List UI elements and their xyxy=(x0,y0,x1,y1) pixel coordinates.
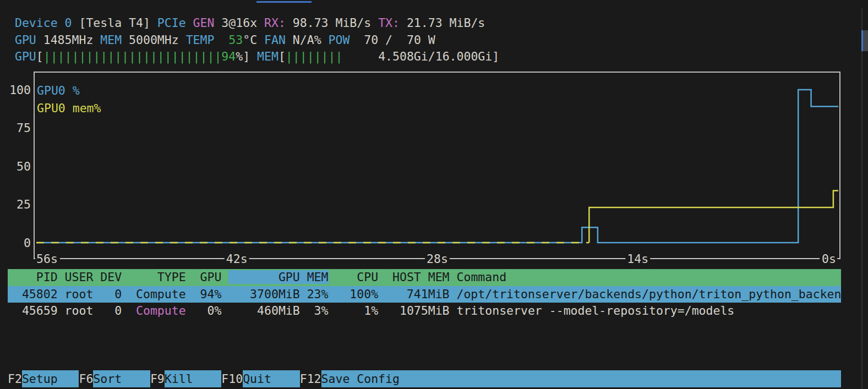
x-axis-tick-label: 0s xyxy=(822,252,836,266)
mem-clock-value: 5000MHz xyxy=(122,33,179,47)
header-right-columns: CPU HOST MEM Command xyxy=(329,270,507,284)
process-row-text: 45802 root 0 Compute 94% 3700MiB 23% 100… xyxy=(8,287,841,301)
mem-gauge-bars: |||||||| xyxy=(286,50,343,63)
f6-key[interactable]: F6 xyxy=(79,370,93,387)
process-row-post: 0% 460MiB 3% 1% 1075MiB tritonserver --m… xyxy=(186,304,735,317)
mem-gauge-open-bracket: [ xyxy=(279,50,286,63)
temp-value: 53 xyxy=(214,33,243,47)
y-axis-tick-label: 25 xyxy=(17,198,31,211)
gpu-gauge-open-bracket: [ xyxy=(36,50,43,63)
sort-button[interactable]: Sort xyxy=(93,370,150,387)
fan-label: FAN xyxy=(257,33,286,47)
pcie-label: PCIe xyxy=(150,16,186,30)
device-info-line: Device 0 [Tesla T4] PCIe GEN 3@16x RX: 9… xyxy=(8,15,485,32)
device-model: [Tesla T4] xyxy=(72,16,150,30)
table-row-selected[interactable]: 45802 root 0 Compute 94% 3700MiB 23% 100… xyxy=(8,286,841,303)
f10-key[interactable]: F10 xyxy=(221,370,243,387)
gpu-history-chart: 025507510056s42s28s14s0sGPU0 %GPU0 mem% xyxy=(0,69,868,267)
header-sort-column-gpu-mem[interactable]: GPU MEM xyxy=(228,270,328,284)
function-key-bar: F2SetupF6SortF9KillF10QuitF12Save Config xyxy=(8,370,841,387)
device-label: Device 0 xyxy=(8,16,72,30)
rx-value: 98.73 MiB/s xyxy=(286,16,371,30)
rx-label: RX: xyxy=(257,16,286,30)
active-tab-indicator xyxy=(256,1,312,3)
scrollbar-track[interactable] xyxy=(861,8,862,389)
gpu-mem-line xyxy=(589,191,838,243)
terminal-screen: Device 0 [Tesla T4] PCIe GEN 3@16x RX: 9… xyxy=(0,0,868,389)
fan-value: N/A% xyxy=(286,33,321,47)
quit-button[interactable]: Quit xyxy=(243,370,300,387)
gen-value: 3@16x xyxy=(214,16,257,30)
chart-border xyxy=(34,72,840,259)
legend-entry: GPU0 % xyxy=(37,84,80,97)
process-row-pre: 45659 root 0 xyxy=(8,304,136,317)
y-axis-tick-label: 0 xyxy=(24,236,31,250)
f2-key[interactable]: F2 xyxy=(8,370,22,387)
gpu-gauge-close-bracket: %] xyxy=(236,50,250,63)
process-table-header[interactable]: PID USER DEV TYPE GPU GPU MEM CPU HOST M… xyxy=(8,269,841,286)
gpu-gauge-bars: ||||||||||||||||||||||||| xyxy=(43,50,222,63)
process-table: PID USER DEV TYPE GPU GPU MEM CPU HOST M… xyxy=(8,269,841,320)
header-left-columns: PID USER DEV TYPE GPU xyxy=(8,270,228,284)
gpu-clock-value: 1485MHz xyxy=(36,33,94,47)
mem-gauge-label: MEM xyxy=(250,50,279,63)
mem-clock-label: MEM xyxy=(93,33,122,47)
x-axis-tick-label: 56s xyxy=(36,252,58,266)
y-axis-tick-label: 100 xyxy=(9,83,31,97)
gpu-gauge-label: GPU xyxy=(8,50,36,63)
gpu-clock-label: GPU xyxy=(8,33,36,47)
clock-temp-power-line: GPU 1485MHz MEM 5000MHz TEMP 53°C FAN N/… xyxy=(8,32,435,49)
x-axis-tick-label: 14s xyxy=(627,252,648,266)
gpu-gauge-percent: 94 xyxy=(221,50,236,63)
gpu-util-line xyxy=(36,90,838,243)
y-axis-tick-label: 50 xyxy=(17,160,31,173)
y-axis-tick-label: 75 xyxy=(17,121,31,135)
f9-key[interactable]: F9 xyxy=(150,370,165,387)
gauges-line: GPU[|||||||||||||||||||||||||94%] MEM[||… xyxy=(8,48,499,65)
tx-value: 21.73 MiB/s xyxy=(400,16,485,30)
kill-button[interactable]: Kill xyxy=(165,370,222,387)
legend-entry: GPU0 mem% xyxy=(37,101,101,115)
tx-label: TX: xyxy=(371,16,400,30)
process-type-compute: Compute xyxy=(136,304,186,317)
power-label: POW xyxy=(321,33,350,47)
f12-key[interactable]: F12 xyxy=(300,370,321,387)
table-row[interactable]: 45659 root 0 Compute 0% 460MiB 3% 1% 107… xyxy=(8,303,841,320)
temp-label: TEMP xyxy=(179,33,215,47)
gen-label: GEN xyxy=(186,16,215,30)
scrollbar-thumb[interactable] xyxy=(861,30,868,51)
x-axis-tick-label: 42s xyxy=(226,252,248,266)
save-config-button[interactable]: Save Config xyxy=(321,370,841,387)
x-axis-tick-label: 28s xyxy=(427,252,448,266)
power-value: 70 / 70 W xyxy=(350,33,435,47)
mem-gauge-value: 4.508Gi/16.000Gi] xyxy=(342,50,499,63)
temp-unit: °C xyxy=(243,33,257,47)
setup-button[interactable]: Setup xyxy=(22,370,79,387)
